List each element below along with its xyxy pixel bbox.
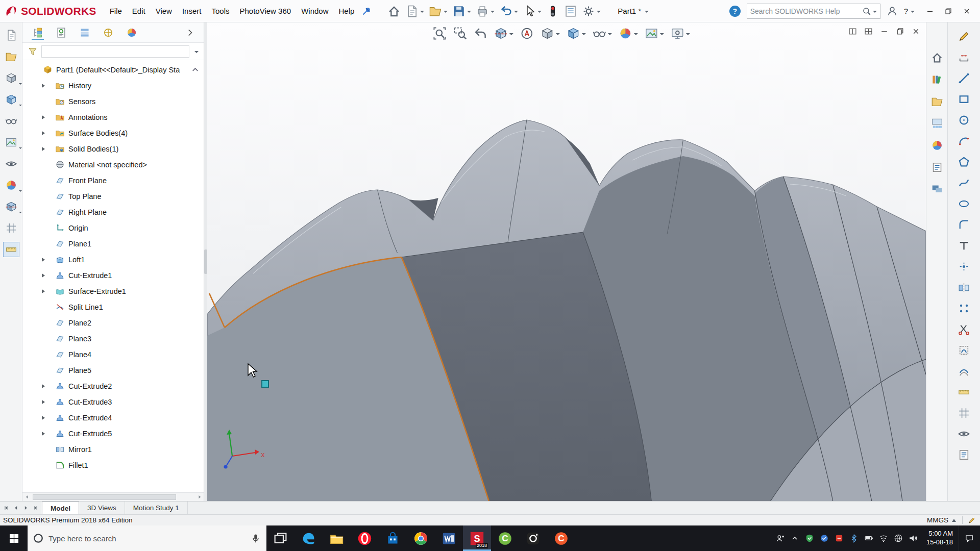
menu-tools[interactable]: Tools xyxy=(206,4,234,18)
units-selector[interactable]: MMGS xyxy=(927,516,956,524)
annotation-views-button[interactable] xyxy=(519,26,535,41)
taskbar-app-file-explorer[interactable] xyxy=(323,525,351,551)
search-icon[interactable] xyxy=(862,7,871,16)
tree-item-front-plane[interactable]: Front Plane xyxy=(22,172,204,188)
action-center-button[interactable] xyxy=(959,525,979,551)
user-account-icon[interactable] xyxy=(887,6,898,17)
chevron-down-icon[interactable] xyxy=(194,51,199,55)
expand-arrow-icon[interactable] xyxy=(42,84,45,88)
tree-item-cut-extrude5[interactable]: Cut-Extrude5 xyxy=(22,425,204,441)
menu-help[interactable]: Help xyxy=(334,4,360,18)
help-menu[interactable]: ? xyxy=(904,7,915,15)
doc-tab-model[interactable]: Model xyxy=(42,502,79,514)
menu-insert[interactable]: Insert xyxy=(177,4,207,18)
green-shield-icon[interactable] xyxy=(805,534,814,543)
battery-icon[interactable] xyxy=(864,534,873,543)
expand-arrow-icon[interactable] xyxy=(42,400,45,404)
document-close-button[interactable] xyxy=(910,26,922,37)
taskbar-app-chrome[interactable] xyxy=(407,525,435,551)
start-button[interactable] xyxy=(0,525,28,551)
left-toolbar-hide-show-button[interactable] xyxy=(3,113,19,129)
left-toolbar-display-style-button[interactable] xyxy=(3,92,19,107)
microphone-icon[interactable] xyxy=(250,533,261,544)
expand-arrow-icon[interactable] xyxy=(42,432,45,436)
taskbar-app-edge[interactable] xyxy=(295,525,323,551)
trim-tool-button[interactable] xyxy=(957,321,972,337)
home-button[interactable] xyxy=(386,3,402,19)
tab-last-button[interactable] xyxy=(31,504,40,512)
scrollbar-thumb[interactable] xyxy=(33,494,176,500)
scroll-right-button[interactable] xyxy=(195,493,203,501)
left-toolbar-new-document-button[interactable] xyxy=(3,28,19,43)
display-style-button[interactable] xyxy=(566,26,587,41)
tree-filter-input[interactable] xyxy=(41,45,189,58)
zoom-area-button[interactable] xyxy=(452,26,468,41)
zoom-fit-button[interactable] xyxy=(432,26,448,41)
taskbar-app-camtasia[interactable]: C xyxy=(491,525,519,551)
tree-item-plane5[interactable]: Plane5 xyxy=(22,362,204,378)
tab-prev-button[interactable] xyxy=(12,504,20,512)
tree-item-surface-bodies-4[interactable]: Surface Bodies(4) xyxy=(22,125,204,141)
view-orientation-button[interactable] xyxy=(540,26,561,41)
print-button[interactable] xyxy=(474,3,496,19)
taskpane-tab-custom-properties[interactable] xyxy=(929,160,945,175)
tree-root-part1[interactable]: Part1 (Default<<Default>_Display Sta xyxy=(22,62,204,78)
restore-button[interactable] xyxy=(939,3,958,19)
previous-view-button[interactable] xyxy=(473,26,488,41)
tree-item-mirror1[interactable]: Mirror1 xyxy=(22,441,204,457)
tab-first-button[interactable] xyxy=(2,504,11,512)
undo-button[interactable] xyxy=(498,3,520,19)
expand-arrow-icon[interactable] xyxy=(42,147,45,151)
left-toolbar-edit-appearance-button[interactable] xyxy=(3,178,19,193)
taskbar-app-opera[interactable] xyxy=(351,525,379,551)
ruler-button[interactable] xyxy=(957,384,972,399)
tree-item-cut-extrude4[interactable]: Cut-Extrude4 xyxy=(22,410,204,425)
pin-toolbar-icon[interactable] xyxy=(361,6,372,16)
sketch-pencil-button[interactable] xyxy=(957,29,972,44)
cortana-icon[interactable] xyxy=(33,533,44,544)
select-button[interactable] xyxy=(521,3,543,19)
network-icon[interactable] xyxy=(879,534,888,543)
doc-tab-3d-views[interactable]: 3D Views xyxy=(79,502,125,514)
spline-tool-button[interactable] xyxy=(957,175,972,190)
taskpane-tab-design-library[interactable] xyxy=(929,72,945,87)
graphics-viewport[interactable]: X xyxy=(207,22,926,501)
tree-item-plane3[interactable]: Plane3 xyxy=(22,331,204,346)
taskbar-app-solidworks[interactable]: S2018 xyxy=(463,525,491,551)
tree-item-cut-extrude1[interactable]: Cut-Extrude1 xyxy=(22,267,204,283)
doc-tab-motion-study-1[interactable]: Motion Study 1 xyxy=(125,502,188,514)
smart-dimension-button[interactable] xyxy=(957,49,972,65)
expand-arrow-icon[interactable] xyxy=(42,131,45,135)
left-toolbar-view-orientation-button[interactable] xyxy=(3,70,19,86)
edit-appearance-button[interactable] xyxy=(618,26,639,41)
taskbar-search-input[interactable] xyxy=(48,534,246,543)
left-toolbar-eye-button[interactable] xyxy=(3,156,19,171)
ellipse-tool-button[interactable] xyxy=(957,196,972,211)
tab-next-button[interactable] xyxy=(21,504,30,512)
text-tool-button[interactable] xyxy=(957,238,972,253)
menu-edit[interactable]: Edit xyxy=(127,4,151,18)
help-badge[interactable]: ? xyxy=(729,6,741,17)
help-search-input[interactable] xyxy=(750,7,862,15)
note-button[interactable] xyxy=(957,447,972,462)
tree-item-split-line1[interactable]: Split Line1 xyxy=(22,299,204,315)
document-minimize-button[interactable] xyxy=(878,26,890,37)
point-tool-button[interactable] xyxy=(957,259,972,274)
gear-geometry[interactable] xyxy=(207,120,926,501)
tree-item-history[interactable]: History xyxy=(22,78,204,93)
tree-item-annotations[interactable]: Annotations xyxy=(22,109,204,125)
taskpane-tab-sw-resources[interactable] xyxy=(929,50,945,65)
tree-item-sensors[interactable]: Sensors xyxy=(22,93,204,109)
taskbar-app-camera-app[interactable] xyxy=(519,525,547,551)
mirror-tool-button[interactable] xyxy=(957,280,972,295)
sketch-fillet-button[interactable] xyxy=(957,217,972,232)
arc-tool-button[interactable] xyxy=(957,133,972,148)
rect-tool-button[interactable] xyxy=(957,91,972,107)
eye-button[interactable] xyxy=(957,426,972,441)
left-toolbar-open-button[interactable] xyxy=(3,49,19,64)
left-toolbar-apply-scene-button[interactable] xyxy=(3,135,19,150)
pane-grid-button[interactable] xyxy=(862,26,874,37)
blue-badge-icon[interactable] xyxy=(820,534,829,543)
taskpane-tab-appearances-scenes[interactable] xyxy=(929,138,945,153)
tree-item-plane2[interactable]: Plane2 xyxy=(22,315,204,331)
